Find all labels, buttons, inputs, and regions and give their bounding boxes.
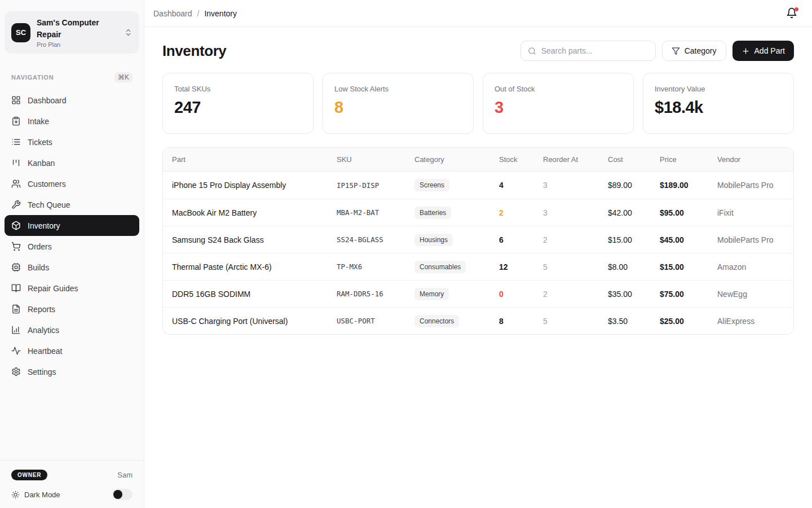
breadcrumb-current: Inventory: [204, 9, 237, 18]
owner-row: OWNER Sam: [11, 470, 133, 480]
category-cell: Memory: [414, 288, 499, 300]
reorder-at-cell: 5: [543, 317, 608, 326]
column-header-reorder: Reorder At: [543, 155, 608, 164]
stat-value: 247: [174, 98, 302, 117]
vendor-cell: AliExpress: [717, 317, 784, 326]
column-header-vendor: Vendor: [717, 155, 784, 164]
cost-cell: $35.00: [608, 290, 660, 299]
cost-cell: $3.50: [608, 317, 660, 326]
clipboard-plus-icon: [11, 116, 21, 126]
sidebar-item-dashboard[interactable]: Dashboard: [5, 90, 139, 111]
category-filter-button[interactable]: Category: [662, 41, 726, 61]
sidebar-item-reports[interactable]: Reports: [5, 299, 139, 319]
table-row[interactable]: DDR5 16GB SODIMM RAM-DDR5-16 Memory 0 2 …: [163, 280, 793, 307]
sidebar-item-label: Intake: [28, 117, 49, 126]
command-k-shortcut: ⌘K: [114, 72, 133, 82]
content: Inventory Category: [144, 27, 812, 335]
column-header-stock: Stock: [499, 155, 543, 164]
sidebar-item-heartbeat[interactable]: Heartbeat: [5, 340, 139, 361]
package-icon: [11, 221, 21, 230]
column-header-category: Category: [414, 155, 499, 164]
stat-label: Total SKUs: [174, 85, 302, 93]
sku-cell: TP-MX6: [337, 262, 414, 271]
sidebar-item-customers[interactable]: Customers: [5, 173, 139, 194]
part-name-cell: Samsung S24 Back Glass: [172, 235, 337, 244]
sku-cell: IP15P-DISP: [337, 181, 414, 190]
sidebar-item-orders[interactable]: Orders: [5, 236, 139, 257]
list-icon: [11, 137, 21, 147]
table-header-row: Part SKU Category Stock Reorder At Cost …: [163, 148, 793, 172]
price-cell: $95.00: [660, 208, 717, 217]
category-cell: Screens: [414, 179, 499, 191]
table-row[interactable]: Thermal Paste (Arctic MX-6) TP-MX6 Consu…: [163, 253, 793, 280]
column-header-cost: Cost: [608, 155, 660, 164]
breadcrumb-dashboard[interactable]: Dashboard: [153, 9, 192, 18]
sidebar-footer: OWNER Sam Dark Mode: [0, 460, 144, 508]
workspace-text: Sam's Computer Repair Pro Plan: [37, 17, 118, 48]
stock-cell: 6: [499, 235, 543, 244]
search-box: [520, 41, 656, 61]
dark-mode-label: Dark Mode: [24, 491, 60, 499]
kanban-icon: [11, 158, 21, 168]
stat-card: Inventory Value $18.4k: [643, 73, 794, 134]
table-row[interactable]: Samsung S24 Back Glass SS24-BGLASS Housi…: [163, 226, 793, 253]
workspace-avatar: SC: [11, 23, 30, 42]
vendor-cell: Amazon: [717, 262, 784, 271]
gear-icon: [11, 367, 21, 376]
category-button-label: Category: [685, 46, 717, 55]
table-row[interactable]: MacBook Air M2 Battery MBA-M2-BAT Batter…: [163, 199, 793, 226]
workspace-switcher[interactable]: SC Sam's Computer Repair Pro Plan: [5, 11, 139, 54]
table-row[interactable]: USB-C Charging Port (Universal) USBC-POR…: [163, 307, 793, 334]
sidebar-item-tickets[interactable]: Tickets: [5, 132, 139, 152]
sidebar-item-label: Builds: [28, 263, 49, 272]
category-cell: Batteries: [414, 207, 499, 219]
stat-value: $18.4k: [655, 98, 782, 117]
table-body: iPhone 15 Pro Display Assembly IP15P-DIS…: [163, 172, 793, 334]
price-cell: $45.00: [660, 235, 717, 244]
sidebar-item-builds[interactable]: Builds: [5, 257, 139, 278]
sku-cell: USBC-PORT: [337, 317, 414, 325]
notifications-bell-icon[interactable]: [786, 7, 798, 20]
controls: Category Add Part: [520, 41, 794, 61]
layout-grid-icon: [11, 95, 21, 105]
category-badge: Consumables: [414, 261, 466, 273]
sidebar-item-tech-queue[interactable]: Tech Queue: [5, 194, 139, 215]
stats-grid: Total SKUs 247 Low Stock Alerts 8 Out of…: [162, 73, 794, 134]
sidebar-item-label: Orders: [28, 242, 52, 251]
sidebar-item-label: Analytics: [28, 326, 59, 335]
users-icon: [11, 179, 21, 189]
owner-badge: OWNER: [11, 470, 47, 480]
dark-mode-toggle[interactable]: [112, 489, 133, 500]
stock-cell: 0: [499, 290, 543, 299]
category-badge: Memory: [414, 288, 449, 300]
cost-cell: $8.00: [608, 262, 660, 271]
sidebar-item-label: Repair Guides: [28, 284, 78, 293]
stat-card: Total SKUs 247: [162, 73, 314, 134]
sidebar-item-label: Tickets: [28, 138, 52, 147]
sidebar-item-kanban[interactable]: Kanban: [5, 152, 139, 173]
workspace-plan: Pro Plan: [37, 41, 118, 48]
sidebar-item-intake[interactable]: Intake: [5, 111, 139, 132]
sidebar-item-label: Settings: [28, 367, 56, 376]
category-badge: Screens: [414, 179, 449, 191]
cost-cell: $42.00: [608, 208, 660, 217]
cost-cell: $15.00: [608, 235, 660, 244]
add-part-button[interactable]: Add Part: [732, 41, 794, 61]
sidebar-item-inventory[interactable]: Inventory: [5, 215, 139, 236]
sidebar-item-settings[interactable]: Settings: [5, 361, 139, 382]
stat-label: Low Stock Alerts: [334, 85, 462, 93]
table-row[interactable]: iPhone 15 Pro Display Assembly IP15P-DIS…: [163, 172, 793, 199]
stat-card: Low Stock Alerts 8: [323, 73, 474, 134]
sidebar-item-label: Inventory: [28, 221, 60, 230]
sidebar-item-repair-guides[interactable]: Repair Guides: [5, 278, 139, 299]
price-cell: $15.00: [660, 262, 717, 271]
vendor-cell: NewEgg: [717, 290, 784, 299]
stock-cell: 4: [499, 181, 543, 190]
sidebar: SC Sam's Computer Repair Pro Plan NAVIGA…: [0, 0, 144, 508]
filter-icon: [672, 47, 680, 55]
stat-value: 8: [334, 98, 462, 117]
sidebar-item-label: Dashboard: [28, 96, 67, 105]
sidebar-item-analytics[interactable]: Analytics: [5, 319, 139, 340]
vendor-cell: MobileParts Pro: [717, 235, 784, 244]
search-input[interactable]: [541, 46, 648, 55]
